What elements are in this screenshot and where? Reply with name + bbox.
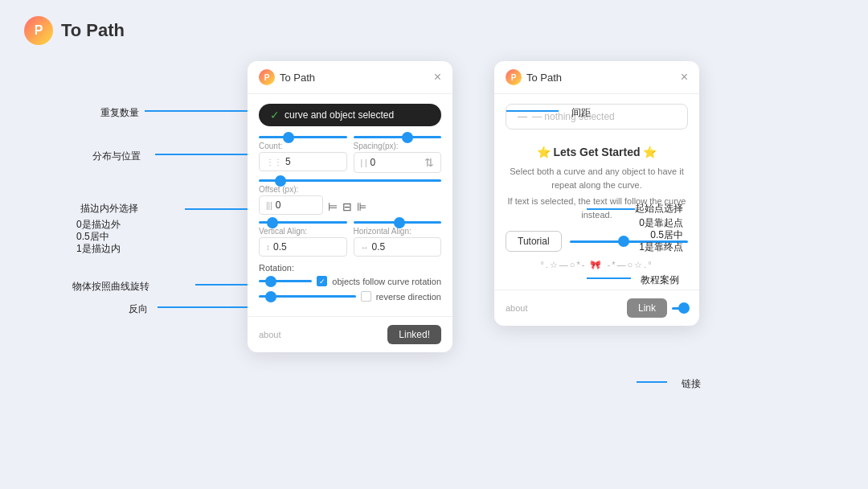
align-left-btn[interactable]: ⊨ xyxy=(328,200,338,213)
annotation-link: 链接 xyxy=(682,377,701,391)
annotation-spacing: 间距 xyxy=(571,106,591,120)
annotation-stroke: 描边内外选择 xyxy=(80,202,138,216)
offset-slider[interactable] xyxy=(259,179,441,182)
line-repeat-count xyxy=(145,110,248,112)
offset-label: Offset (px): xyxy=(259,185,441,194)
right-dialog-title: To Path xyxy=(526,72,562,84)
count-group: Count: ⋮⋮ 5 xyxy=(259,136,347,173)
annotation-stroke-inside: 1是描边内 xyxy=(76,242,121,256)
reverse-slider[interactable] xyxy=(259,295,356,298)
get-started-title: ⭐ Lets Get Started ⭐ xyxy=(506,146,688,158)
right-about: about xyxy=(506,303,528,313)
link-slider[interactable] xyxy=(672,307,688,310)
line-spacing xyxy=(506,110,559,112)
left-status-bar: ✓ curve and object selected xyxy=(259,104,441,126)
left-dialog-title: To Path xyxy=(280,72,315,84)
line-stroke xyxy=(185,208,248,210)
left-dialog: P To Path × ✓ curve and object selected xyxy=(248,61,452,352)
right-dialog-header: P To Path × xyxy=(494,61,699,94)
count-slider[interactable] xyxy=(259,136,347,138)
annotation-reverse: 反向 xyxy=(129,302,148,316)
rotation-label: Rotation: xyxy=(259,263,441,273)
align-right-btn[interactable]: ⊫ xyxy=(357,200,366,213)
line-link xyxy=(637,381,667,383)
offset-input[interactable]: ||| 0 xyxy=(259,195,323,215)
line-start-selection xyxy=(587,208,635,210)
left-dialog-logo: P xyxy=(259,69,275,85)
annotation-start-1: 1是靠终点 xyxy=(639,240,683,254)
annotation-start-selection: 起始点选择 xyxy=(635,202,683,216)
annotation-distribution: 分布与位置 xyxy=(92,150,141,163)
reverse-checkbox[interactable] xyxy=(361,291,371,302)
left-footer-btn[interactable]: Linked! xyxy=(387,325,441,344)
get-started-text1: Select both a curve and any object to ha… xyxy=(506,165,688,191)
objects-follow-checkbox[interactable]: ✓ xyxy=(317,276,327,286)
count-input[interactable]: ⋮⋮ 5 xyxy=(259,152,347,171)
vertical-align-slider[interactable] xyxy=(259,221,347,224)
spacing-label: Spacing(px): xyxy=(354,142,442,150)
spacing-slider[interactable] xyxy=(354,136,442,138)
annotation-curve-rotation: 物体按照曲线旋转 xyxy=(72,280,149,294)
left-about: about xyxy=(259,330,281,339)
tutorial-btn[interactable]: Tutorial xyxy=(506,231,562,252)
line-curve-rotation xyxy=(195,284,248,286)
spacing-input[interactable]: | | 0 ⇅ xyxy=(354,152,442,173)
vertical-align-label: Vertical Align: xyxy=(259,227,347,236)
app-header: P To Path xyxy=(0,0,868,61)
align-buttons: ⊨ ⊟ ⊫ xyxy=(328,200,366,213)
count-label: Count: xyxy=(259,142,347,150)
app-logo: P xyxy=(24,16,53,45)
horizontal-align-group: Horizontal Align: ↔ 0.5 xyxy=(354,221,442,257)
vertical-align-input[interactable]: ↕ 0.5 xyxy=(259,237,347,257)
vertical-align-group: Vertical Align: ↕ 0.5 xyxy=(259,221,347,257)
left-dialog-header: P To Path × xyxy=(248,61,452,94)
right-status-bar: — — nothing selected xyxy=(506,104,688,129)
check-icon: ✓ xyxy=(270,109,280,121)
horizontal-align-slider[interactable] xyxy=(354,221,442,224)
right-footer-btn[interactable]: Link xyxy=(627,298,667,318)
reverse-row: reverse direction xyxy=(259,291,441,302)
left-dialog-footer: about Linked! xyxy=(248,316,452,352)
align-center-btn[interactable]: ⊟ xyxy=(342,200,352,213)
objects-follow-row: ✓ objects follow curve rotation xyxy=(259,276,441,286)
app-title: To Path xyxy=(61,20,125,41)
line-tutorial-example xyxy=(587,277,631,279)
objects-follow-slider[interactable] xyxy=(259,280,312,282)
right-dialog-close[interactable]: × xyxy=(681,71,688,84)
line-reverse xyxy=(158,306,248,308)
spacing-group: Spacing(px): | | 0 ⇅ xyxy=(354,136,442,173)
annotation-repeat-count: 重复数量 xyxy=(100,106,139,120)
right-dialog-footer: about Link xyxy=(494,290,699,326)
left-dialog-close[interactable]: × xyxy=(434,71,441,84)
right-dialog-logo: P xyxy=(506,69,522,85)
annotation-tutorial-example: 教程案例 xyxy=(641,273,679,287)
horizontal-align-label: Horizontal Align: xyxy=(354,227,442,236)
horizontal-align-input[interactable]: ↔ 0.5 xyxy=(354,237,442,257)
decorative-text: °.☆—○*- 🎀 -*—○☆.° xyxy=(506,260,688,270)
line-distribution xyxy=(155,154,248,155)
